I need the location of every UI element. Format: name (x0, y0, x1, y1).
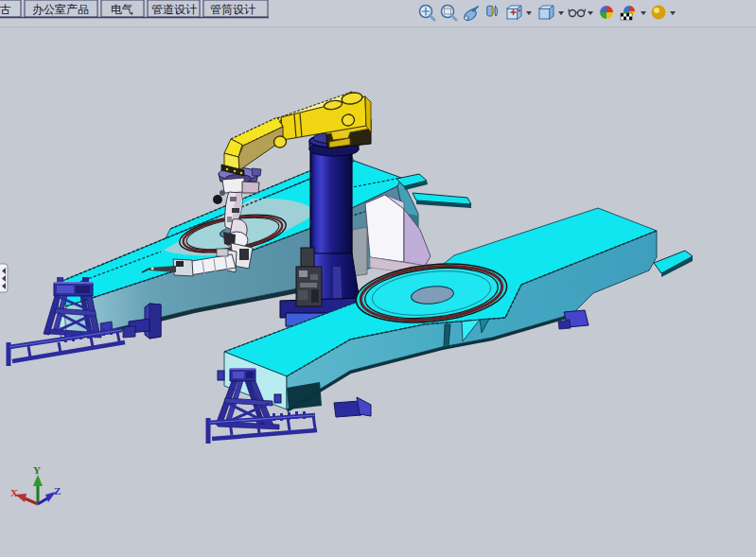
svg-text:管道设计: 管道设计 (151, 3, 197, 16)
svg-text:管筒设计: 管筒设计 (210, 3, 255, 16)
svg-text:办公室产品: 办公室产品 (32, 3, 89, 16)
svg-text:电气: 电气 (111, 3, 133, 16)
svg-text:古: 古 (0, 3, 11, 16)
svg-text:Z: Z (54, 485, 61, 496)
svg-text:Y: Y (33, 464, 41, 476)
svg-text:X: X (10, 487, 18, 498)
